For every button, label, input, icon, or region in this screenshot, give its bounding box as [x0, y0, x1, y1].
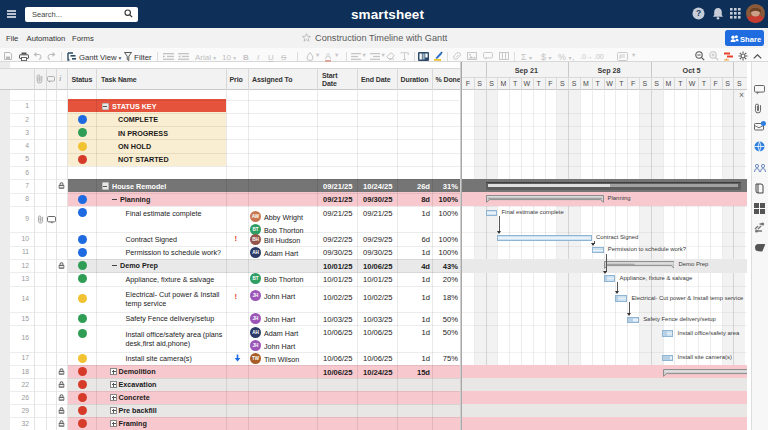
svg-text:?: ?	[696, 8, 701, 18]
